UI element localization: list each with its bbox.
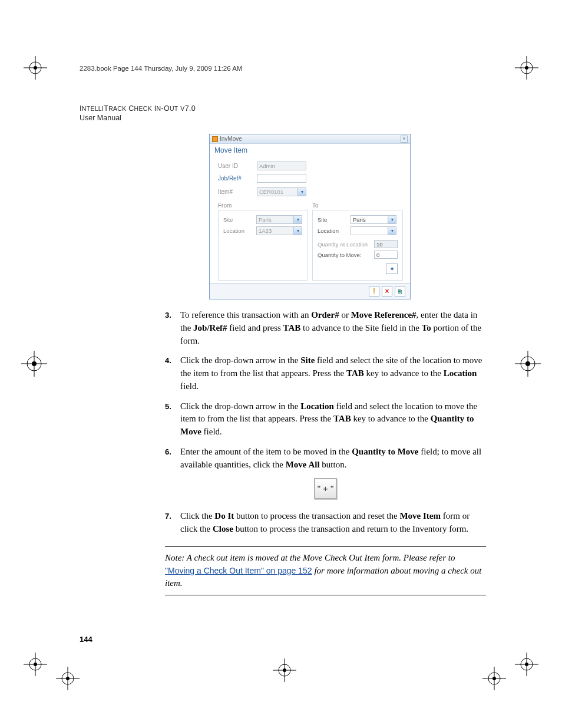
close-icon[interactable]: × bbox=[401, 136, 408, 143]
jobref-field[interactable] bbox=[257, 174, 306, 183]
step-4: 4. Click the drop-down arrow in the Site… bbox=[165, 354, 486, 393]
crop-mark-icon bbox=[515, 56, 538, 80]
from-site-dropdown: Paris ▾ bbox=[256, 215, 302, 224]
qty-at-location-label: Quantity At Location bbox=[318, 241, 374, 248]
to-section-label: To bbox=[312, 202, 402, 209]
step-number: 5. bbox=[165, 400, 180, 439]
instructions-list: 3. To reference this transaction with an… bbox=[165, 309, 486, 536]
qty-to-move-label: Quantity to Move: bbox=[318, 252, 374, 258]
crop-mark-icon bbox=[515, 653, 538, 676]
to-site-value: Paris bbox=[351, 216, 388, 223]
window-title: InvMove bbox=[220, 136, 242, 142]
step-6: 6. Enter the amount of the item to be mo… bbox=[165, 446, 486, 472]
step-number: 7. bbox=[165, 510, 180, 536]
to-location-label: Location bbox=[318, 228, 351, 234]
from-section-label: From bbox=[218, 202, 308, 209]
note-link[interactable]: "Moving a Check Out Item" on page 152 bbox=[165, 566, 312, 575]
crop-mark-icon bbox=[273, 658, 296, 682]
chevron-down-icon: ▾ bbox=[293, 216, 302, 223]
step-3: 3. To reference this transaction with an… bbox=[165, 309, 486, 347]
userid-field: Admin bbox=[257, 162, 306, 170]
step-number: 6. bbox=[165, 446, 180, 472]
item-label: Item# bbox=[218, 189, 257, 195]
crop-mark-icon bbox=[482, 667, 506, 690]
doc-title: INTELLITRACK CHECK IN-OUT V7.0 bbox=[80, 104, 486, 113]
close-button[interactable]: × bbox=[382, 286, 392, 297]
chevron-down-icon: ▾ bbox=[293, 227, 302, 235]
from-location-label: Location bbox=[223, 228, 256, 234]
note-text: Note: A check out item is moved at the M… bbox=[165, 553, 455, 562]
from-location-value: 1A23 bbox=[257, 227, 293, 235]
app-icon bbox=[212, 136, 218, 142]
item-value: CER0101 bbox=[257, 188, 297, 196]
move-all-button[interactable]: ✦ bbox=[386, 263, 398, 274]
userid-label: User ID bbox=[218, 163, 257, 169]
chevron-down-icon[interactable]: ▾ bbox=[388, 216, 396, 223]
crop-mark-icon bbox=[24, 56, 47, 80]
note-block: Note: A check out item is moved at the M… bbox=[165, 546, 486, 595]
exit-button[interactable]: ⎘ bbox=[395, 286, 405, 297]
chevron-down-icon[interactable]: ▾ bbox=[388, 227, 396, 235]
step-number: 3. bbox=[165, 309, 180, 347]
from-location-dropdown: 1A23 ▾ bbox=[256, 226, 302, 235]
page-header-line: 2283.book Page 144 Thursday, July 9, 200… bbox=[80, 65, 486, 72]
crop-mark-icon bbox=[21, 351, 47, 377]
from-site-value: Paris bbox=[257, 216, 293, 223]
qty-at-location-value: 10 bbox=[374, 240, 398, 248]
chevron-down-icon[interactable]: ▾ bbox=[297, 188, 306, 196]
to-site-label: Site bbox=[318, 216, 351, 223]
crop-mark-icon bbox=[515, 351, 541, 377]
page-number: 144 bbox=[80, 635, 92, 644]
step-7: 7. Click the Do It button to process the… bbox=[165, 510, 486, 536]
do-it-button[interactable]: ! bbox=[369, 286, 379, 297]
item-dropdown[interactable]: CER0101 ▾ bbox=[257, 187, 306, 196]
window-footer: ! × ⎘ bbox=[210, 283, 410, 299]
to-panel: Site Paris ▾ Location ▾ bbox=[312, 210, 403, 281]
from-panel: Site Paris ▾ Location 1A23 ▾ bbox=[218, 210, 308, 281]
move-item-window: InvMove × Move Item User ID Admin Job/Re… bbox=[209, 134, 411, 299]
form-title: Move Item bbox=[210, 144, 410, 156]
move-all-icon: " + " bbox=[314, 478, 337, 499]
to-location-value bbox=[351, 227, 388, 235]
doc-subtitle: User Manual bbox=[80, 114, 486, 122]
qty-to-move-field[interactable]: 0 bbox=[374, 251, 398, 259]
from-site-label: Site bbox=[223, 216, 256, 223]
step-5: 5. Click the drop-down arrow in the Loca… bbox=[165, 400, 486, 439]
crop-mark-icon bbox=[24, 653, 47, 676]
jobref-label: Job/Ref# bbox=[218, 175, 257, 182]
crop-mark-icon bbox=[56, 667, 80, 690]
to-site-dropdown[interactable]: Paris ▾ bbox=[351, 215, 396, 224]
to-location-dropdown[interactable]: ▾ bbox=[351, 226, 396, 235]
step-number: 4. bbox=[165, 354, 180, 393]
window-titlebar: InvMove × bbox=[210, 134, 410, 144]
